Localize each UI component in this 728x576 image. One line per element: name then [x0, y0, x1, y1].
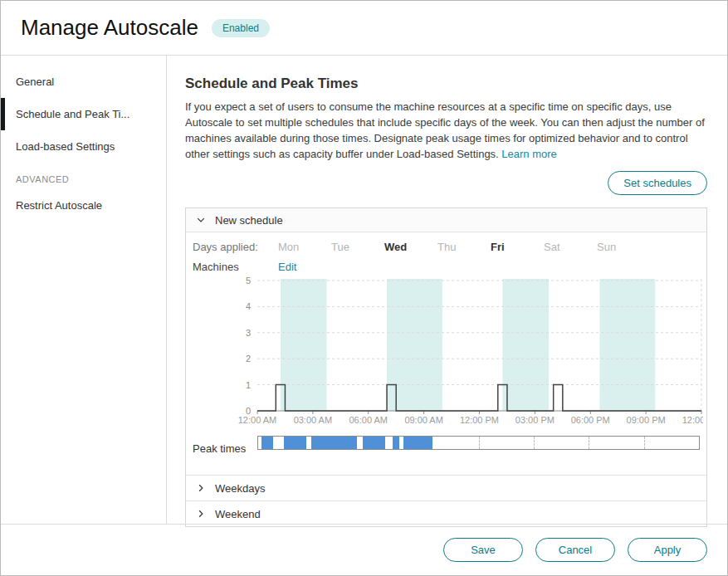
- accordion-header-weekend[interactable]: Weekend: [186, 500, 706, 526]
- cancel-button[interactable]: Cancel: [535, 538, 615, 562]
- chevron-right-icon: [196, 483, 206, 493]
- description-text: If you expect a set of users to consume …: [185, 100, 707, 162]
- edit-machines-link[interactable]: Edit: [278, 261, 296, 273]
- peak-bar-separator: [644, 437, 645, 449]
- svg-text:4: 4: [246, 302, 251, 312]
- schedules-accordion: New schedule Days applied: MonTueWedThuF…: [185, 207, 707, 527]
- svg-text:06:00 AM: 06:00 AM: [349, 415, 388, 425]
- svg-text:12:00 AM: 12:00 AM: [682, 415, 703, 425]
- days-applied-label: Days applied:: [193, 241, 278, 253]
- peak-time-segment: [284, 437, 306, 449]
- day-label: Wed: [384, 241, 437, 253]
- accordion-label-new-schedule: New schedule: [215, 214, 283, 227]
- svg-text:09:00 PM: 09:00 PM: [627, 415, 666, 425]
- sidebar-item-load-based-settings[interactable]: Load-based Settings: [1, 130, 166, 163]
- chevron-right-icon: [196, 509, 206, 519]
- peak-time-segment: [261, 437, 272, 449]
- machines-label: Machines: [193, 261, 278, 273]
- peak-times-bar: [257, 436, 700, 450]
- days-applied-row: Days applied: MonTueWedThuFriSatSun: [193, 241, 700, 253]
- status-badge: Enabled: [212, 19, 270, 37]
- footer-bar: Save Cancel Apply: [1, 524, 727, 575]
- machines-chart: 01234512:00 AM03:00 AM06:00 AM09:00 AM12…: [193, 276, 703, 427]
- peak-time-segment: [363, 437, 385, 449]
- svg-text:03:00 PM: 03:00 PM: [515, 415, 555, 425]
- accordion-header-new-schedule[interactable]: New schedule: [186, 208, 706, 232]
- sidebar-section-advanced: ADVANCED: [1, 163, 166, 189]
- day-label: Sun: [597, 241, 650, 253]
- svg-text:09:00 AM: 09:00 AM: [404, 415, 442, 425]
- content-heading: Schedule and Peak Times: [185, 76, 707, 92]
- day-label: Thu: [437, 241, 491, 253]
- set-schedules-button[interactable]: Set schedules: [608, 171, 707, 195]
- day-label: Fri: [491, 241, 544, 253]
- peak-times-row: Peak times: [193, 436, 700, 461]
- peak-time-segment: [393, 437, 400, 449]
- svg-text:5: 5: [246, 276, 251, 286]
- sidebar: General Schedule and Peak Ti... Load-bas…: [1, 56, 167, 524]
- svg-text:03:00 AM: 03:00 AM: [294, 415, 332, 425]
- peak-bar-separator: [534, 437, 535, 449]
- apply-button[interactable]: Apply: [628, 538, 707, 562]
- accordion-header-weekdays[interactable]: Weekdays: [186, 475, 706, 500]
- machines-row: Machines Edit: [193, 261, 700, 273]
- description-body: If you expect a set of users to consume …: [185, 100, 705, 160]
- save-button[interactable]: Save: [443, 538, 523, 562]
- day-label: Tue: [331, 241, 384, 253]
- learn-more-link[interactable]: Learn more: [501, 148, 556, 160]
- chevron-down-icon: [196, 215, 206, 225]
- new-schedule-panel: Days applied: MonTueWedThuFriSatSun Mach…: [186, 232, 706, 475]
- page-title: Manage Autoscale: [21, 15, 198, 41]
- sidebar-item-schedule-and-peak-times[interactable]: Schedule and Peak Ti...: [1, 98, 166, 130]
- window-header: Manage Autoscale Enabled: [1, 1, 727, 56]
- svg-text:06:00 PM: 06:00 PM: [571, 415, 610, 425]
- sidebar-item-general[interactable]: General: [1, 66, 166, 98]
- days-values: MonTueWedThuFriSatSun: [278, 241, 650, 253]
- sidebar-item-restrict-autoscale[interactable]: Restrict Autoscale: [1, 189, 166, 222]
- day-label: Mon: [278, 241, 331, 253]
- svg-text:3: 3: [246, 328, 251, 338]
- svg-text:2: 2: [246, 354, 251, 364]
- peak-bar-separator: [479, 437, 480, 449]
- peak-time-segment: [403, 437, 432, 449]
- svg-text:1: 1: [246, 380, 251, 390]
- accordion-label-weekdays: Weekdays: [215, 482, 265, 495]
- peak-times-label: Peak times: [193, 442, 257, 455]
- machines-chart-wrap: 01234512:00 AM03:00 AM06:00 AM09:00 AM12…: [193, 276, 700, 431]
- peak-bar-separator: [589, 437, 589, 449]
- manage-autoscale-window: Manage Autoscale Enabled General Schedul…: [0, 0, 728, 576]
- main-content: Schedule and Peak Times If you expect a …: [167, 56, 727, 524]
- svg-text:12:00 PM: 12:00 PM: [460, 415, 499, 425]
- svg-text:12:00 AM: 12:00 AM: [238, 415, 276, 425]
- day-label: Sat: [544, 241, 597, 253]
- accordion-label-weekend: Weekend: [215, 508, 261, 520]
- peak-time-segment: [311, 437, 357, 449]
